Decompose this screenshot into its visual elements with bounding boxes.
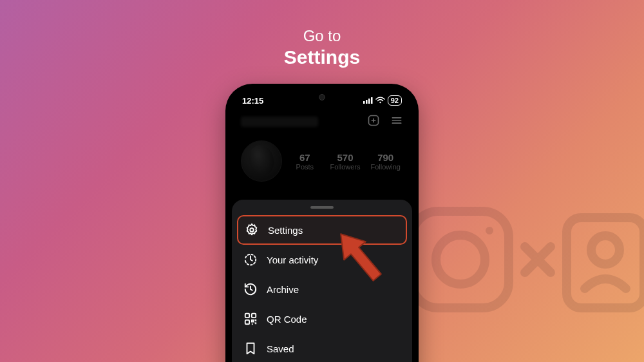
svg-point-11 xyxy=(250,228,254,232)
sheet-grabber[interactable] xyxy=(310,206,334,209)
menu-item-settings[interactable]: Settings xyxy=(237,215,407,245)
bottom-sheet: Settings Your activity xyxy=(232,200,412,362)
menu-item-label: Your activity xyxy=(267,254,318,265)
menu-item-archive[interactable]: Archive xyxy=(232,274,412,304)
svg-point-4 xyxy=(591,236,620,264)
svg-point-9 xyxy=(379,101,381,102)
archive-icon xyxy=(243,282,258,296)
svg-rect-14 xyxy=(245,320,249,324)
status-time: 12:15 xyxy=(242,96,263,106)
svg-point-2 xyxy=(486,227,493,234)
instruction-sub: Go to xyxy=(284,27,360,46)
activity-icon xyxy=(243,252,258,267)
signal-icon xyxy=(363,96,373,106)
wifi-icon xyxy=(375,96,385,106)
svg-rect-12 xyxy=(245,314,249,318)
instruction-headline: Go to Settings xyxy=(284,27,360,69)
svg-point-1 xyxy=(436,235,485,284)
svg-rect-8 xyxy=(371,97,373,104)
saved-icon xyxy=(243,341,258,356)
svg-rect-5 xyxy=(363,101,365,104)
qr-icon xyxy=(243,312,258,326)
menu-item-saved[interactable]: Saved xyxy=(232,334,412,362)
menu-item-label: Saved xyxy=(267,343,294,354)
menu-item-label: Archive xyxy=(267,284,299,295)
svg-rect-3 xyxy=(567,218,644,308)
phone-screen: 12:15 92 xyxy=(232,90,412,362)
menu-item-label: Settings xyxy=(268,225,303,236)
menu-item-qr[interactable]: QR Code xyxy=(232,304,412,334)
menu-list: Settings Your activity xyxy=(232,215,412,362)
settings-icon xyxy=(245,223,259,237)
status-bar: 12:15 92 xyxy=(232,90,412,107)
menu-item-label: QR Code xyxy=(267,314,307,325)
phone-frame: 12:15 92 xyxy=(225,84,419,362)
svg-rect-7 xyxy=(368,99,370,104)
instruction-main: Settings xyxy=(284,46,360,69)
battery-indicator: 92 xyxy=(388,95,402,106)
svg-rect-6 xyxy=(366,100,368,104)
background-watermark xyxy=(406,186,644,330)
svg-rect-13 xyxy=(252,314,256,318)
svg-rect-0 xyxy=(412,211,509,308)
menu-item-activity[interactable]: Your activity xyxy=(232,245,412,274)
